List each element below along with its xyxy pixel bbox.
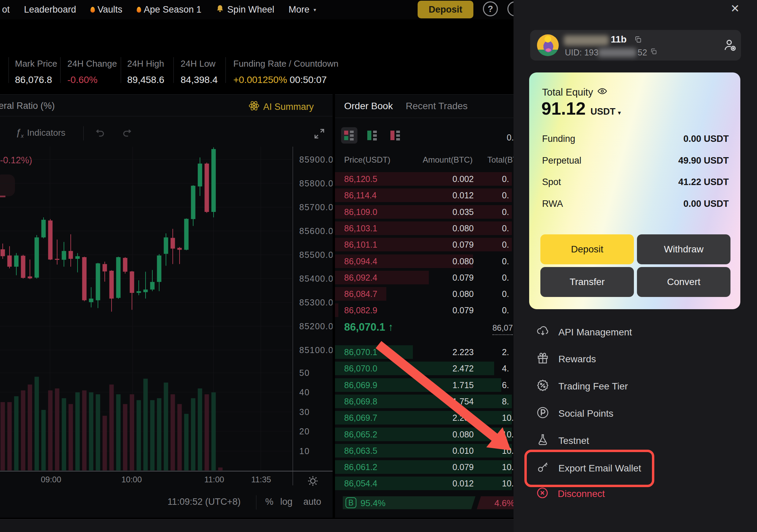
nav-item-ape-season-1[interactable]: Ape Season 1 — [137, 4, 202, 15]
close-icon[interactable]: ✕ — [730, 2, 740, 15]
time-label[interactable]: 11:00 — [199, 475, 230, 484]
cloud-download-icon — [536, 325, 550, 340]
nav-deposit-button[interactable]: Deposit — [418, 1, 473, 18]
deposit-button[interactable]: Deposit — [540, 234, 634, 264]
stat-divider — [60, 57, 61, 83]
equity-row-label: RWA — [542, 199, 563, 210]
help-icon[interactable]: ? — [483, 1, 498, 16]
transfer-button[interactable]: Transfer — [540, 267, 634, 297]
ask-row[interactable]: 86,094.40.0800. — [335, 254, 524, 269]
ask-row[interactable]: 86,120.50.0020. — [335, 171, 524, 186]
ask-row[interactable]: 86,092.40.0790. — [335, 270, 524, 285]
mid-price-row[interactable]: 86,070.1 ↑ 86,07 — [335, 320, 524, 340]
p-circle-icon — [536, 406, 550, 422]
account-switch-icon[interactable] — [722, 37, 737, 54]
total-cell: 0. — [502, 286, 509, 301]
amount-cell: 2.472 — [419, 361, 474, 376]
price-cell: 86,069.7 — [344, 410, 377, 425]
nav-item-leaderboard[interactable]: Leaderboard — [24, 4, 76, 15]
bid-row[interactable]: 86,070.12.2232. — [335, 345, 524, 360]
svg-text:50: 50 — [299, 368, 310, 378]
tab-order-book[interactable]: Order Book — [344, 101, 393, 112]
depth-view-asks-icon[interactable] — [387, 127, 404, 144]
bells-icon — [216, 4, 224, 15]
menu-item-testnet[interactable]: Testnet — [536, 433, 589, 448]
total-equity-value: 91.12 — [541, 98, 586, 119]
scale-log-button[interactable]: log — [280, 497, 292, 507]
convert-button[interactable]: Convert — [637, 267, 730, 297]
scale-auto-button[interactable]: auto — [303, 497, 321, 507]
total-cell: 10. — [502, 476, 514, 491]
bid-row[interactable]: 86,069.72.25310. — [335, 410, 524, 425]
ask-row[interactable]: 86,101.10.0790. — [335, 237, 524, 252]
time-label[interactable]: 10:00 — [116, 475, 147, 484]
stat-24h-change: 24H Change-0.60% — [67, 59, 117, 85]
nav-item-spin-wheel[interactable]: Spin Wheel — [216, 4, 274, 15]
ask-row[interactable]: 86,109.00.0350. — [335, 204, 524, 219]
uid-suffix: 52 — [638, 48, 647, 57]
ask-row[interactable]: 86,103.10.0800. — [335, 221, 524, 236]
flame-icon — [137, 7, 141, 13]
withdraw-button[interactable]: Withdraw — [637, 234, 730, 264]
nav-item-vaults[interactable]: Vaults — [90, 4, 122, 15]
address-blur — [564, 35, 609, 46]
ask-row[interactable]: 86,084.70.0800. — [335, 286, 524, 301]
menu-item-api-management[interactable]: API Management — [536, 325, 632, 340]
tab-recent-trades[interactable]: Recent Trades — [406, 101, 468, 112]
copy-address-icon[interactable] — [634, 35, 642, 45]
amount-cell: 2.253 — [419, 410, 474, 425]
flask-icon — [536, 433, 550, 449]
bid-row[interactable]: 86,069.81.7548. — [335, 394, 524, 409]
chevron-down-icon: ▾ — [618, 110, 621, 116]
bid-row[interactable]: 86,054.40.01210. — [335, 476, 524, 491]
price-cell: 86,120.5 — [344, 171, 377, 186]
axis-settings-icon[interactable] — [307, 475, 319, 488]
ask-row[interactable]: 86,114.40.0120. — [335, 188, 524, 203]
bid-row[interactable]: 86,063.50.01010. — [335, 443, 524, 458]
menu-item-label: Rewards — [558, 354, 596, 365]
copy-uid-icon[interactable] — [650, 48, 657, 56]
ask-row[interactable]: 86,082.90.0790. — [335, 303, 524, 318]
gift-icon — [536, 351, 550, 367]
precision-select[interactable]: 0. — [507, 133, 514, 143]
disconnect-button[interactable]: Disconnect — [536, 486, 605, 501]
chart-tab-label[interactable]: eral Ratio (%) — [0, 101, 55, 111]
time-label[interactable]: 09:00 — [36, 475, 66, 484]
bid-row[interactable]: 86,061.20.07910. — [335, 460, 524, 475]
stat-label: 24H Low — [181, 59, 218, 69]
bid-row[interactable]: 86,069.91.7156. — [335, 378, 524, 393]
total-cell: 10. — [502, 443, 514, 458]
mark-price-ref[interactable]: 86,07 — [492, 323, 513, 335]
total-equity-card: Total Equity 91.12 USDT ▾ Funding0.00 US… — [529, 72, 740, 309]
eye-icon[interactable] — [597, 86, 607, 99]
bid-row[interactable]: 86,070.02.4724. — [335, 361, 524, 376]
svg-text:30: 30 — [299, 407, 310, 417]
menu-item-social-points[interactable]: Social Points — [536, 406, 613, 421]
svg-text:85300.0: 85300.0 — [299, 298, 333, 307]
avatar[interactable] — [537, 34, 559, 56]
last-price: 86,070.1 ↑ — [344, 321, 393, 333]
price-chart[interactable]: 85900.085800.085700.085600.085500.085400… — [0, 118, 333, 497]
svg-text:85400.0: 85400.0 — [299, 274, 333, 283]
equity-currency-select[interactable]: USDT ▾ — [590, 106, 621, 117]
ai-summary-button[interactable]: AI Summary — [248, 100, 314, 114]
depth-view-bids-icon[interactable] — [364, 127, 381, 144]
total-cell: 0. — [502, 237, 509, 252]
depth-view-combined-icon[interactable] — [341, 127, 357, 144]
menu-item-trading-fee-tier[interactable]: Trading Fee Tier — [536, 379, 628, 394]
stat-divider — [225, 57, 226, 83]
price-cell: 86,082.9 — [344, 303, 377, 318]
col-header: Amount(BTC) — [423, 155, 473, 165]
nav-item-more[interactable]: More▾ — [288, 4, 316, 15]
bid-row[interactable]: 86,065.20.08010. — [335, 427, 524, 442]
nav-item-ot[interactable]: ot — [2, 4, 10, 15]
price-cell: 86,084.7 — [344, 286, 377, 301]
time-label[interactable]: 11:35 — [246, 475, 276, 484]
price-cell: 86,070.0 — [344, 361, 377, 376]
total-equity-label: Total Equity — [542, 87, 593, 98]
menu-item-export-email-wallet[interactable]: Export Email Wallet — [536, 461, 641, 476]
amount-cell: 0.079 — [419, 303, 474, 318]
menu-item-rewards[interactable]: Rewards — [536, 352, 596, 367]
stat-value: 84,398.4 — [181, 74, 218, 85]
scale-percent-button[interactable]: % — [265, 497, 273, 507]
